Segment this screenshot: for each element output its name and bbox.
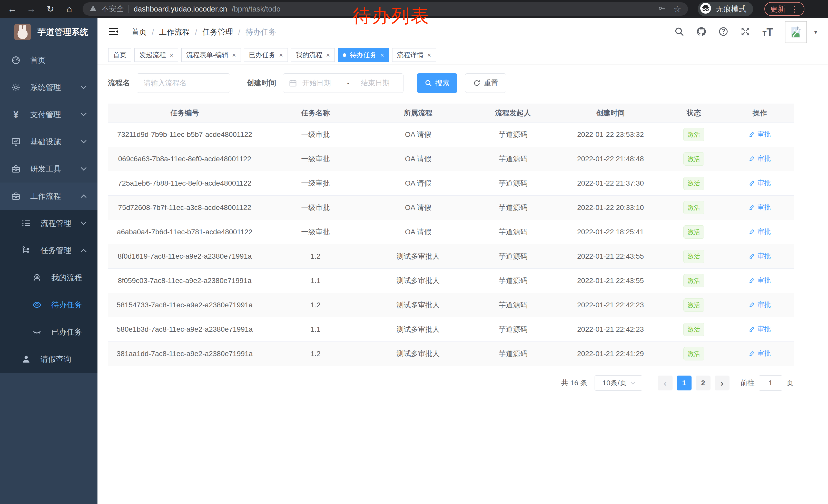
- edit-pen-icon: [749, 350, 755, 357]
- approve-link[interactable]: 审批: [749, 349, 771, 358]
- search-icon[interactable]: [674, 27, 685, 38]
- sidebar-item-my-process[interactable]: 我的流程: [0, 264, 97, 291]
- tab-todo-tasks[interactable]: 待办任务×: [338, 48, 389, 62]
- process-name-label: 流程名: [108, 78, 130, 88]
- cell-process: OA 请假: [369, 178, 467, 188]
- page-button-1[interactable]: 1: [677, 375, 692, 391]
- cell-task-id: 069c6a63-7b8a-11ec-8ef0-acde48001122: [108, 155, 262, 163]
- app-logo[interactable]: 芋道管理系统: [0, 18, 97, 46]
- close-icon[interactable]: ×: [232, 52, 236, 58]
- table-row: 580e1b3d-7ac8-11ec-a9e2-a2380e71991a1.1测…: [108, 317, 794, 342]
- tab-home[interactable]: 首页: [108, 48, 131, 62]
- avatar-caret-icon[interactable]: ▾: [814, 29, 817, 36]
- help-icon[interactable]: [718, 27, 729, 38]
- approve-label: 审批: [757, 178, 771, 187]
- cell-created-time: 2022-01-21 22:41:29: [559, 350, 662, 358]
- tab-start-process[interactable]: 发起流程×: [134, 48, 178, 62]
- yen-icon: ¥: [10, 109, 22, 120]
- approve-link[interactable]: 审批: [749, 251, 771, 261]
- approve-link[interactable]: 审批: [749, 300, 771, 309]
- close-icon[interactable]: ×: [427, 52, 431, 58]
- sidebar-item-done-tasks[interactable]: 已办任务: [0, 318, 97, 346]
- breadcrumb-item-workflow[interactable]: 工作流程: [159, 27, 190, 37]
- breadcrumb-item-todo-tasks: 待办任务: [245, 27, 276, 37]
- approve-link[interactable]: 审批: [749, 227, 771, 236]
- fullscreen-icon[interactable]: [740, 27, 750, 38]
- table-row: 73211d9d-7b9b-11ec-b5b7-acde48001122一级审批…: [108, 123, 794, 147]
- reset-button[interactable]: 重置: [465, 73, 506, 93]
- table-row: 381aa1dd-7ac8-11ec-a9e2-a2380e71991a1.2测…: [108, 342, 794, 366]
- range-separator: -: [341, 79, 356, 87]
- page-button-2[interactable]: 2: [696, 375, 710, 391]
- sidebar-item-system-management[interactable]: 系统管理: [0, 74, 97, 101]
- sidebar-collapse-icon[interactable]: [108, 26, 119, 38]
- prev-page-button[interactable]: ‹: [658, 375, 672, 391]
- cell-task-id: 73211d9d-7b9b-11ec-b5b7-acde48001122: [108, 131, 262, 139]
- breadcrumb-item-task-management[interactable]: 任务管理: [202, 27, 233, 37]
- process-name-input[interactable]: [137, 73, 230, 93]
- edit-pen-icon: [749, 131, 755, 138]
- tab-done-tasks[interactable]: 已办任务×: [244, 48, 288, 62]
- sidebar-item-label: 系统管理: [30, 82, 61, 93]
- sidebar-menu: 首页系统管理¥支付管理基础设施研发工具工作流程流程管理任务管理我的流程待办任务已…: [0, 46, 97, 373]
- tab-process-detail[interactable]: 流程详情×: [392, 48, 436, 62]
- github-icon[interactable]: [696, 27, 706, 38]
- approve-link[interactable]: 审批: [749, 325, 771, 333]
- table-row: a6aba0a4-7b6d-11ec-b781-acde48001122一级审批…: [108, 220, 794, 244]
- tab-process-form-edit[interactable]: 流程表单-编辑×: [181, 48, 241, 62]
- approve-label: 审批: [757, 349, 771, 358]
- table-row: 58154733-7ac8-11ec-a9e2-a2380e71991a1.2测…: [108, 293, 794, 317]
- font-size-icon[interactable]: TT: [762, 27, 773, 37]
- gear-icon: [10, 83, 22, 92]
- monitor-icon: [10, 137, 22, 147]
- cell-process: OA 请假: [369, 154, 467, 164]
- key-icon[interactable]: [658, 4, 666, 14]
- goto-page-input[interactable]: [759, 375, 782, 391]
- close-icon[interactable]: ×: [279, 52, 283, 58]
- close-icon[interactable]: ×: [380, 52, 384, 58]
- column-header: 状态: [662, 108, 726, 118]
- breadcrumb-item-home[interactable]: 首页: [131, 27, 147, 37]
- sidebar-item-label: 任务管理: [41, 245, 71, 256]
- next-page-button[interactable]: ›: [715, 375, 730, 391]
- cell-action: 审批: [726, 178, 794, 188]
- sidebar-item-workflow[interactable]: 工作流程: [0, 183, 97, 210]
- reload-icon[interactable]: ↻: [45, 4, 56, 14]
- sidebar-item-payment-management[interactable]: ¥支付管理: [0, 101, 97, 128]
- app-title: 芋道管理系统: [37, 27, 88, 38]
- browser-update-button[interactable]: 更新 ⋮: [764, 2, 804, 16]
- approve-link[interactable]: 审批: [749, 178, 771, 187]
- page-size-select[interactable]: 10条/页: [594, 375, 642, 391]
- avatar[interactable]: [785, 21, 807, 43]
- search-button[interactable]: 搜索: [417, 73, 457, 93]
- approve-link[interactable]: 审批: [749, 154, 771, 163]
- bookmark-star-icon[interactable]: ☆: [673, 4, 681, 14]
- sidebar-item-dev-tools[interactable]: 研发工具: [0, 155, 97, 183]
- sidebar-item-todo-tasks[interactable]: 待办任务: [0, 291, 97, 318]
- edit-pen-icon: [749, 228, 755, 235]
- sidebar-item-process-management[interactable]: 流程管理: [0, 210, 97, 237]
- sidebar-item-task-management[interactable]: 任务管理: [0, 237, 97, 264]
- close-icon[interactable]: ×: [326, 52, 330, 58]
- back-icon[interactable]: ←: [7, 4, 18, 14]
- forward-icon[interactable]: →: [26, 4, 37, 14]
- approve-link[interactable]: 审批: [749, 203, 771, 212]
- update-label: 更新: [770, 4, 785, 14]
- edit-pen-icon: [749, 204, 755, 211]
- cell-process: OA 请假: [369, 203, 467, 213]
- cell-task-id: a6aba0a4-7b6d-11ec-b781-acde48001122: [108, 228, 262, 236]
- tab-my-process[interactable]: 我的流程×: [291, 48, 335, 62]
- date-range-picker[interactable]: 开始日期 - 结束日期: [283, 73, 404, 93]
- cell-created-time: 2022-01-22 18:25:41: [559, 228, 662, 236]
- home-icon[interactable]: ⌂: [64, 4, 75, 14]
- approve-link[interactable]: 审批: [749, 130, 771, 139]
- status-badge: 激活: [683, 128, 704, 141]
- sidebar-item-leave-query[interactable]: 请假查询: [0, 346, 97, 373]
- close-icon[interactable]: ×: [170, 52, 173, 58]
- table-row: 8f0d1619-7ac8-11ec-a9e2-a2380e71991a1.2测…: [108, 244, 794, 269]
- sidebar-item-infrastructure[interactable]: 基础设施: [0, 128, 97, 155]
- sidebar-item-home[interactable]: 首页: [0, 47, 97, 74]
- browser-menu-icon[interactable]: ⋮: [791, 4, 799, 14]
- approve-link[interactable]: 审批: [749, 276, 771, 285]
- chevron-down-icon: [81, 219, 87, 225]
